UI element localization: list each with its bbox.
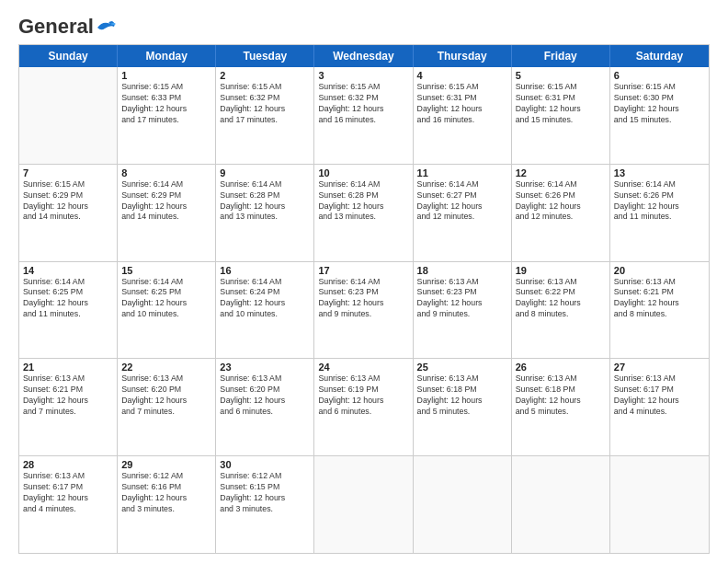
cal-day-24: 24Sunrise: 6:13 AM Sunset: 6:19 PM Dayli… — [314, 359, 413, 455]
cal-day-22: 22Sunrise: 6:13 AM Sunset: 6:20 PM Dayli… — [118, 359, 216, 455]
day-info: Sunrise: 6:12 AM Sunset: 6:15 PM Dayligh… — [220, 471, 310, 515]
day-info: Sunrise: 6:14 AM Sunset: 6:25 PM Dayligh… — [23, 277, 113, 321]
cal-day-19: 19Sunrise: 6:13 AM Sunset: 6:22 PM Dayli… — [512, 262, 610, 359]
day-number: 11 — [417, 167, 507, 178]
day-number: 27 — [614, 362, 705, 373]
day-info: Sunrise: 6:14 AM Sunset: 6:26 PM Dayligh… — [614, 179, 705, 224]
day-number: 21 — [23, 362, 113, 373]
day-info: Sunrise: 6:13 AM Sunset: 6:17 PM Dayligh… — [23, 471, 113, 515]
cal-empty-4-6 — [610, 456, 709, 553]
cal-day-14: 14Sunrise: 6:14 AM Sunset: 6:25 PM Dayli… — [19, 262, 118, 359]
cal-day-11: 11Sunrise: 6:14 AM Sunset: 6:27 PM Dayli… — [414, 165, 512, 261]
cal-day-28: 28Sunrise: 6:13 AM Sunset: 6:17 PM Dayli… — [19, 456, 118, 553]
logo: General — [18, 17, 116, 37]
day-number: 20 — [614, 265, 705, 276]
cal-day-26: 26Sunrise: 6:13 AM Sunset: 6:18 PM Dayli… — [512, 359, 610, 455]
day-info: Sunrise: 6:14 AM Sunset: 6:23 PM Dayligh… — [318, 277, 408, 321]
day-info: Sunrise: 6:13 AM Sunset: 6:18 PM Dayligh… — [516, 373, 606, 418]
day-info: Sunrise: 6:13 AM Sunset: 6:21 PM Dayligh… — [23, 373, 113, 418]
day-info: Sunrise: 6:13 AM Sunset: 6:18 PM Dayligh… — [417, 373, 507, 418]
day-number: 25 — [417, 362, 507, 373]
day-info: Sunrise: 6:13 AM Sunset: 6:19 PM Dayligh… — [318, 373, 408, 418]
day-info: Sunrise: 6:14 AM Sunset: 6:25 PM Dayligh… — [121, 277, 211, 321]
cal-day-1: 1Sunrise: 6:15 AM Sunset: 6:33 PM Daylig… — [118, 67, 216, 164]
day-number: 10 — [318, 167, 408, 178]
cal-empty-4-4 — [414, 456, 512, 553]
day-number: 19 — [516, 265, 606, 276]
cal-day-27: 27Sunrise: 6:13 AM Sunset: 6:17 PM Dayli… — [610, 359, 709, 455]
day-info: Sunrise: 6:14 AM Sunset: 6:28 PM Dayligh… — [220, 179, 310, 224]
day-info: Sunrise: 6:15 AM Sunset: 6:29 PM Dayligh… — [23, 179, 113, 224]
calendar-row-2: 7Sunrise: 6:15 AM Sunset: 6:29 PM Daylig… — [19, 164, 709, 261]
day-number: 15 — [121, 265, 211, 276]
cal-day-7: 7Sunrise: 6:15 AM Sunset: 6:29 PM Daylig… — [19, 165, 118, 261]
day-number: 2 — [220, 70, 310, 81]
calendar-row-4: 21Sunrise: 6:13 AM Sunset: 6:21 PM Dayli… — [19, 358, 709, 455]
day-info: Sunrise: 6:13 AM Sunset: 6:17 PM Dayligh… — [614, 373, 705, 418]
cal-empty-0-0 — [19, 67, 118, 164]
header-day-monday: Monday — [118, 45, 216, 67]
day-number: 22 — [121, 362, 211, 373]
day-info: Sunrise: 6:14 AM Sunset: 6:27 PM Dayligh… — [417, 179, 507, 224]
header: General — [18, 17, 710, 37]
cal-day-16: 16Sunrise: 6:14 AM Sunset: 6:24 PM Dayli… — [216, 262, 314, 359]
day-number: 4 — [417, 70, 507, 81]
logo-line1-text: General — [18, 17, 116, 37]
cal-day-6: 6Sunrise: 6:15 AM Sunset: 6:30 PM Daylig… — [610, 67, 709, 164]
calendar: SundayMondayTuesdayWednesdayThursdayFrid… — [18, 44, 710, 554]
cal-day-12: 12Sunrise: 6:14 AM Sunset: 6:26 PM Dayli… — [512, 165, 610, 261]
day-number: 29 — [121, 459, 211, 470]
day-info: Sunrise: 6:13 AM Sunset: 6:21 PM Dayligh… — [614, 277, 705, 321]
day-number: 18 — [417, 265, 507, 276]
day-info: Sunrise: 6:15 AM Sunset: 6:32 PM Dayligh… — [318, 82, 408, 126]
calendar-row-5: 28Sunrise: 6:13 AM Sunset: 6:17 PM Dayli… — [19, 455, 709, 553]
day-number: 17 — [318, 265, 408, 276]
header-day-tuesday: Tuesday — [216, 45, 314, 67]
header-day-wednesday: Wednesday — [314, 45, 413, 67]
day-info: Sunrise: 6:15 AM Sunset: 6:31 PM Dayligh… — [516, 82, 606, 126]
calendar-row-3: 14Sunrise: 6:14 AM Sunset: 6:25 PM Dayli… — [19, 261, 709, 359]
cal-day-2: 2Sunrise: 6:15 AM Sunset: 6:32 PM Daylig… — [216, 67, 314, 164]
day-number: 23 — [220, 362, 310, 373]
logo-bird-icon — [96, 20, 116, 35]
day-info: Sunrise: 6:15 AM Sunset: 6:31 PM Dayligh… — [417, 82, 507, 126]
cal-day-21: 21Sunrise: 6:13 AM Sunset: 6:21 PM Dayli… — [19, 359, 118, 455]
cal-day-5: 5Sunrise: 6:15 AM Sunset: 6:31 PM Daylig… — [512, 67, 610, 164]
day-number: 5 — [516, 70, 606, 81]
day-number: 6 — [614, 70, 705, 81]
cal-day-15: 15Sunrise: 6:14 AM Sunset: 6:25 PM Dayli… — [118, 262, 216, 359]
day-info: Sunrise: 6:14 AM Sunset: 6:26 PM Dayligh… — [516, 179, 606, 224]
day-number: 7 — [23, 167, 113, 178]
calendar-row-1: 1Sunrise: 6:15 AM Sunset: 6:33 PM Daylig… — [19, 67, 709, 164]
day-number: 26 — [516, 362, 606, 373]
day-number: 30 — [220, 459, 310, 470]
cal-day-25: 25Sunrise: 6:13 AM Sunset: 6:18 PM Dayli… — [414, 359, 512, 455]
day-info: Sunrise: 6:15 AM Sunset: 6:32 PM Dayligh… — [220, 82, 310, 126]
cal-day-10: 10Sunrise: 6:14 AM Sunset: 6:28 PM Dayli… — [314, 165, 413, 261]
cal-day-30: 30Sunrise: 6:12 AM Sunset: 6:15 PM Dayli… — [216, 456, 314, 553]
day-number: 12 — [516, 167, 606, 178]
day-number: 9 — [220, 167, 310, 178]
cal-day-23: 23Sunrise: 6:13 AM Sunset: 6:20 PM Dayli… — [216, 359, 314, 455]
header-day-thursday: Thursday — [414, 45, 512, 67]
header-day-sunday: Sunday — [19, 45, 118, 67]
day-number: 28 — [23, 459, 113, 470]
day-info: Sunrise: 6:14 AM Sunset: 6:28 PM Dayligh… — [318, 179, 408, 224]
day-info: Sunrise: 6:12 AM Sunset: 6:16 PM Dayligh… — [121, 471, 211, 515]
cal-day-4: 4Sunrise: 6:15 AM Sunset: 6:31 PM Daylig… — [414, 67, 512, 164]
cal-day-9: 9Sunrise: 6:14 AM Sunset: 6:28 PM Daylig… — [216, 165, 314, 261]
day-number: 8 — [121, 167, 211, 178]
cal-empty-4-5 — [512, 456, 610, 553]
day-number: 1 — [121, 70, 211, 81]
cal-day-20: 20Sunrise: 6:13 AM Sunset: 6:21 PM Dayli… — [610, 262, 709, 359]
day-info: Sunrise: 6:13 AM Sunset: 6:20 PM Dayligh… — [121, 373, 211, 418]
cal-day-18: 18Sunrise: 6:13 AM Sunset: 6:23 PM Dayli… — [414, 262, 512, 359]
day-info: Sunrise: 6:13 AM Sunset: 6:20 PM Dayligh… — [220, 373, 310, 418]
cal-day-13: 13Sunrise: 6:14 AM Sunset: 6:26 PM Dayli… — [610, 165, 709, 261]
day-info: Sunrise: 6:14 AM Sunset: 6:24 PM Dayligh… — [220, 277, 310, 321]
day-number: 14 — [23, 265, 113, 276]
cal-empty-4-3 — [314, 456, 413, 553]
header-day-friday: Friday — [512, 45, 610, 67]
calendar-header: SundayMondayTuesdayWednesdayThursdayFrid… — [19, 45, 709, 67]
cal-day-17: 17Sunrise: 6:14 AM Sunset: 6:23 PM Dayli… — [314, 262, 413, 359]
